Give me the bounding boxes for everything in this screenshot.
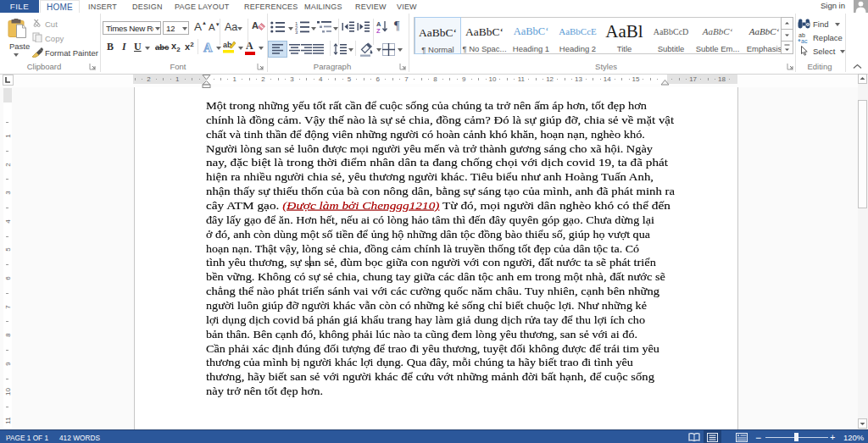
svg-text:A: A — [252, 20, 259, 30]
svg-text:A: A — [203, 41, 213, 53]
svg-text:3: 3 — [295, 30, 298, 34]
svg-text:ac: ac — [801, 38, 808, 43]
svg-text:ab: ab — [798, 32, 805, 38]
svg-text:Z: Z — [376, 27, 381, 33]
